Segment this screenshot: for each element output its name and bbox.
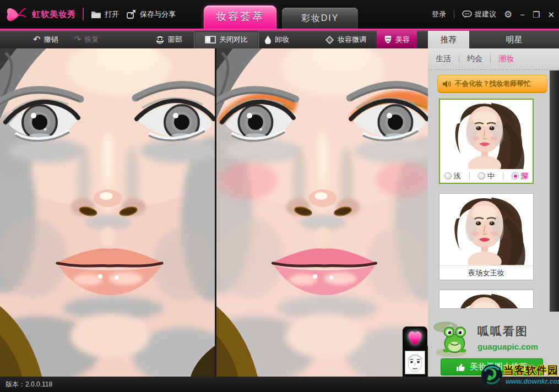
speaker-icon bbox=[442, 80, 452, 88]
subtab-life[interactable]: 生活 bbox=[428, 54, 459, 64]
sidebar: 生活 约会 潮妆 不会化妆？找妆老师帮忙 bbox=[428, 48, 559, 377]
close-button[interactable]: ✕ bbox=[547, 10, 555, 19]
scroll-track[interactable] bbox=[550, 70, 559, 312]
style-card-image bbox=[440, 100, 533, 169]
speech-bubble-icon bbox=[462, 10, 472, 18]
open-label: 打开 bbox=[105, 9, 119, 19]
subtab-date[interactable]: 约会 bbox=[459, 54, 490, 64]
redo-button[interactable]: ↷ 恢复 bbox=[74, 31, 99, 48]
style-card-selected[interactable]: 浅 中 深 bbox=[439, 99, 534, 184]
heart-icon[interactable] bbox=[406, 329, 424, 346]
frog-mascot-icon bbox=[432, 317, 474, 358]
portrait-before-panel bbox=[0, 48, 215, 377]
folder-icon bbox=[91, 10, 101, 19]
feedback-button[interactable]: 提建议 bbox=[462, 9, 496, 19]
maximize-button[interactable]: ❐ bbox=[533, 10, 540, 19]
radio-separator bbox=[503, 172, 503, 180]
remove-makeup-button[interactable]: 卸妆 bbox=[264, 31, 289, 48]
titlebar-separator bbox=[83, 8, 84, 20]
sidebar-content: 不会化妆？找妆老师帮忙 浅 中 bbox=[428, 70, 559, 377]
intensity-medium-radio[interactable]: 中 bbox=[478, 171, 495, 181]
finetune-button[interactable]: 妆容微调 bbox=[325, 31, 366, 48]
undo-label: 撤销 bbox=[44, 35, 58, 45]
style-card-caption: 夜场女王妆 bbox=[439, 265, 533, 280]
tab-recommend[interactable]: 推荐 bbox=[428, 31, 469, 48]
toggle-compare-button[interactable]: 关闭对比 bbox=[194, 31, 259, 48]
style-card-image bbox=[439, 194, 533, 265]
minimize-button[interactable]: − bbox=[520, 10, 525, 19]
butterfly-logo-icon bbox=[4, 3, 29, 26]
promo-site-url: guaguapic.com bbox=[477, 342, 538, 351]
share-icon bbox=[127, 10, 137, 19]
thumbs-up-icon bbox=[456, 363, 465, 372]
banner-label: 不会化妆？找妆老师帮忙 bbox=[455, 79, 531, 89]
makeup-teacher-banner[interactable]: 不会化妆？找妆老师帮忙 bbox=[437, 75, 547, 93]
feedback-label: 提建议 bbox=[475, 9, 496, 19]
toolbar: ↶ 撤销 ↷ 恢复 面部 关闭对比 卸 bbox=[0, 31, 559, 48]
active-subtab-notch bbox=[490, 70, 497, 74]
title-bar: 虹软美妆秀 打开 保存与分享 妆容荟萃 彩妆DIY 登录 bbox=[0, 0, 559, 29]
promo-text-block: 呱呱看图 guaguapic.com bbox=[477, 324, 538, 351]
app-window: 虹软美妆秀 打开 保存与分享 妆容荟萃 彩妆DIY 登录 bbox=[0, 0, 559, 392]
radio-icon bbox=[444, 172, 452, 179]
style-card-image bbox=[439, 290, 533, 309]
portrait-after-panel bbox=[216, 48, 428, 377]
style-card-partial[interactable] bbox=[439, 290, 534, 309]
status-bar: 版本：2.0.0.118 bbox=[0, 377, 559, 392]
face-sketch-icon bbox=[405, 351, 425, 374]
version-label: 版本：2.0.0.118 bbox=[6, 380, 52, 388]
mask-icon bbox=[384, 35, 392, 44]
main-area: 生活 约会 潮妆 不会化妆？找妆老师帮忙 bbox=[0, 48, 559, 377]
intensity-medium-label: 中 bbox=[487, 171, 495, 181]
tab-star[interactable]: 明星 bbox=[469, 31, 559, 48]
radio-separator bbox=[469, 172, 470, 180]
redo-label: 恢复 bbox=[84, 35, 99, 45]
intensity-light-label: 浅 bbox=[454, 171, 461, 181]
titlebar-right-cluster: 登录 提建议 ⚙ − ❐ ✕ bbox=[432, 0, 555, 29]
face-label: 面部 bbox=[168, 35, 182, 45]
subtab-trendy[interactable]: 潮妆 bbox=[491, 54, 522, 64]
intensity-deep-label: 深 bbox=[521, 171, 528, 181]
favorite-widget bbox=[403, 326, 427, 377]
droplet-icon bbox=[264, 35, 272, 44]
settings-gear-icon[interactable]: ⚙ bbox=[504, 9, 512, 20]
subtab-bar: 生活 约会 潮妆 bbox=[428, 48, 559, 70]
portrait-after-image bbox=[216, 48, 428, 377]
guaguapic-promo[interactable]: 呱呱看图 guaguapic.com bbox=[432, 317, 555, 358]
tab-makeup-collection[interactable]: 妆容荟萃 bbox=[204, 6, 276, 29]
redo-icon: ↷ bbox=[74, 35, 81, 44]
finetune-label: 妆容微调 bbox=[338, 35, 366, 45]
intensity-deep-radio[interactable]: 深 bbox=[512, 171, 528, 181]
remove-makeup-label: 卸妆 bbox=[275, 35, 289, 45]
tab-makeup-diy[interactable]: 彩妆DIY bbox=[282, 8, 358, 29]
beauty-label: 美容 bbox=[395, 35, 410, 45]
undo-icon: ↶ bbox=[33, 35, 40, 44]
intensity-radio-group: 浅 中 深 bbox=[440, 169, 533, 183]
intensity-light-radio[interactable]: 浅 bbox=[444, 171, 461, 181]
undo-button[interactable]: ↶ 撤销 bbox=[33, 31, 58, 48]
app-title: 虹软美妆秀 bbox=[32, 9, 76, 20]
login-link[interactable]: 登录 bbox=[432, 9, 446, 19]
titlebar-divider bbox=[454, 10, 454, 19]
save-share-button[interactable]: 保存与分享 bbox=[127, 8, 176, 20]
compare-icon bbox=[205, 36, 216, 43]
beauty-button[interactable]: 美容 bbox=[377, 31, 417, 48]
style-card-night-queen[interactable]: 夜场女王妆 bbox=[439, 193, 534, 280]
portrait-before-image bbox=[0, 48, 215, 377]
save-share-label: 保存与分享 bbox=[140, 9, 176, 19]
radio-icon bbox=[512, 172, 519, 179]
diamond-icon bbox=[325, 35, 334, 45]
recommend-button-label: 美妆看图大推荐 bbox=[470, 362, 528, 372]
face-icon bbox=[155, 35, 165, 45]
face-thumbnail-button[interactable] bbox=[405, 351, 425, 374]
makeup-recommend-button[interactable]: 美妆看图大推荐 bbox=[441, 358, 543, 375]
compare-label: 关闭对比 bbox=[219, 35, 248, 45]
open-button[interactable]: 打开 bbox=[91, 8, 119, 20]
radio-icon bbox=[478, 172, 485, 179]
promo-brand: 呱呱看图 bbox=[477, 324, 538, 339]
face-parts-button[interactable]: 面部 bbox=[155, 31, 182, 48]
